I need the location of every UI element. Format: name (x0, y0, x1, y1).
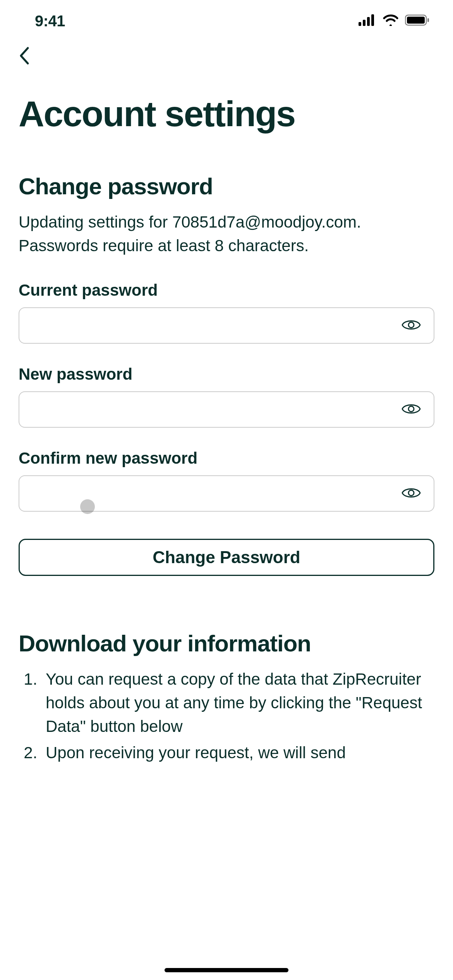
svg-rect-5 (407, 17, 425, 24)
change-password-heading: Change password (19, 173, 434, 200)
new-password-input[interactable] (19, 391, 434, 428)
status-icons (359, 14, 430, 27)
new-password-field-group: New password (19, 365, 434, 428)
svg-rect-3 (371, 14, 374, 26)
download-info-list: You can request a copy of the data that … (19, 668, 434, 765)
touch-indicator (80, 499, 95, 514)
toggle-visibility-new-button[interactable] (402, 402, 421, 417)
chevron-left-icon (19, 60, 30, 66)
home-indicator[interactable] (165, 968, 288, 972)
download-info-heading: Download your information (19, 630, 434, 657)
download-info-item: Upon receiving your request, we will sen… (42, 741, 434, 765)
toggle-visibility-current-button[interactable] (402, 318, 421, 333)
current-password-field-group: Current password (19, 281, 434, 344)
svg-rect-2 (367, 17, 370, 26)
status-time: 9:41 (35, 12, 65, 30)
battery-icon (405, 14, 430, 27)
download-info-item: You can request a copy of the data that … (42, 668, 434, 738)
change-password-description: Updating settings for 70851d7a@moodjoy.c… (19, 211, 434, 258)
wifi-icon (383, 14, 399, 27)
back-button[interactable] (0, 39, 49, 74)
change-password-button[interactable]: Change Password (19, 539, 434, 576)
new-password-label: New password (19, 365, 434, 384)
svg-rect-6 (427, 18, 429, 22)
current-password-label: Current password (19, 281, 434, 300)
page-title: Account settings (19, 94, 434, 134)
svg-point-7 (408, 322, 414, 327)
svg-rect-0 (359, 22, 361, 26)
svg-point-9 (408, 490, 414, 495)
current-password-input[interactable] (19, 307, 434, 344)
svg-rect-1 (363, 20, 365, 26)
eye-icon (402, 318, 421, 333)
cellular-icon (359, 14, 376, 27)
confirm-password-field-group: Confirm new password (19, 449, 434, 512)
status-bar: 9:41 (0, 0, 453, 39)
confirm-password-label: Confirm new password (19, 449, 434, 468)
svg-point-8 (408, 406, 414, 411)
toggle-visibility-confirm-button[interactable] (402, 486, 421, 501)
eye-icon (402, 486, 421, 501)
eye-icon (402, 402, 421, 417)
